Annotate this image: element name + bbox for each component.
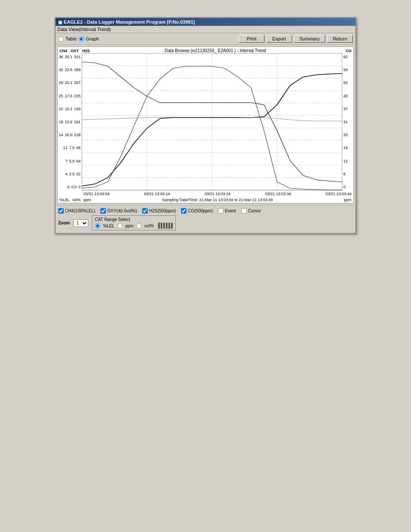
tick-co-9: 50 xyxy=(343,81,352,85)
chart-title: Data Browse (iv21130259_ E2A001 ) - Inte… xyxy=(90,48,341,53)
cursor-checkbox-label[interactable]: Cursor xyxy=(248,208,261,213)
graph-radio[interactable] xyxy=(78,36,84,42)
h2s-unit: ppm xyxy=(84,198,91,202)
cat-ppm-radio[interactable] xyxy=(117,223,123,229)
tick-ch4-2: 4 xyxy=(65,172,67,176)
h2s-axis-label: H2S xyxy=(82,49,90,53)
tick-co-4: 19 xyxy=(343,146,352,150)
toolbar: Table Graph Print Export Summary Return xyxy=(56,33,355,45)
export-button[interactable]: Export xyxy=(266,35,292,43)
tick-co-11: 62 xyxy=(343,55,352,59)
oxy-axis-label: OXY xyxy=(71,49,79,53)
tick-ch4-3: 7 xyxy=(65,159,67,163)
cat-ppm-label[interactable]: ppm xyxy=(125,224,134,228)
chart-body: 3625.1321 3222.6289 2920.1257 2517.6225 … xyxy=(58,53,353,191)
x-axis-area: 03/21 13:03:04 03/21 13:03:14 03/21 13:0… xyxy=(58,191,353,198)
x-label-1: 03/21 13:03:04 xyxy=(84,192,109,196)
slider-tick-5 xyxy=(168,223,170,229)
slider-tick-6 xyxy=(171,223,173,229)
cat-vol-label[interactable]: vol% xyxy=(144,224,154,228)
oxy-checkbox-label[interactable]: OXY(40.0vol%) xyxy=(107,208,137,213)
tick-oxy-3: 5.0 xyxy=(69,159,75,163)
chart-svg xyxy=(82,53,342,190)
tick-co-8: 43 xyxy=(343,94,352,98)
chart-area: CH4 OXY H2S Data Browse (iv21130259_ E2A… xyxy=(57,47,354,203)
tick-h2s-5: 128 xyxy=(74,133,81,137)
oxy-line xyxy=(82,62,342,182)
zoom-row: Zoom 1 2 4 CAT Range Select %LEL ppm vol… xyxy=(58,215,353,231)
tick-h2s-7: 193 xyxy=(74,107,81,111)
tick-co-5: 25 xyxy=(343,133,352,137)
x-label-2: 03/21 13:03:14 xyxy=(144,192,170,196)
zoom-select[interactable]: 1 2 4 xyxy=(73,219,88,227)
table-radio[interactable] xyxy=(58,36,64,42)
event-checkbox-group: Event xyxy=(218,208,236,214)
x-label-4: 03/21 13:03:34 xyxy=(265,192,291,196)
event-checkbox-label[interactable]: Event xyxy=(225,208,236,213)
oxy-checkbox-group: OXY(40.0vol%) xyxy=(100,208,137,214)
tick-oxy-10: 22.6 xyxy=(65,68,72,72)
graph-label[interactable]: Graph xyxy=(86,36,99,41)
cursor-checkbox[interactable] xyxy=(241,208,247,214)
tick-ch4-11: 36 xyxy=(59,55,63,59)
tick-ch4-6: 18 xyxy=(59,120,63,124)
tick-ch4-10: 32 xyxy=(59,68,63,72)
tick-oxy-8: 17.6 xyxy=(65,94,72,98)
event-checkbox[interactable] xyxy=(218,208,224,214)
print-button[interactable]: Print xyxy=(239,35,265,43)
tick-ch4-9: 29 xyxy=(59,81,63,85)
y-axis-right: 62 56 50 43 37 31 25 19 12 6 0 xyxy=(342,53,353,191)
ch4-checkbox-label[interactable]: CH4(100%LEL) xyxy=(65,208,95,213)
h2s-checkbox[interactable] xyxy=(142,208,148,214)
table-label[interactable]: Table xyxy=(65,36,77,41)
cat-lel-label[interactable]: %LEL xyxy=(103,224,115,228)
x-axis-labels: 03/21 13:03:04 03/21 13:03:14 03/21 13:0… xyxy=(84,192,352,196)
ch4-checkbox[interactable] xyxy=(58,208,64,214)
ch4-checkbox-group: CH4(100%LEL) xyxy=(58,208,95,214)
menu-data-view[interactable]: Data View(Interval Trend) xyxy=(57,27,111,32)
tick-h2s-9: 257 xyxy=(74,81,81,85)
h2s-checkbox-label[interactable]: H2S(500ppm) xyxy=(149,208,176,213)
ch4-unit: %LEL xyxy=(59,198,70,202)
x-label-5: 03/21 13:03:44 xyxy=(326,192,352,196)
co-checkbox[interactable] xyxy=(181,208,187,214)
cat-radio-row: %LEL ppm vol% xyxy=(95,223,173,229)
tick-co-6: 31 xyxy=(343,120,352,124)
sampling-info: Sampling Date/Time: 21-Mar-11 13:03:04 t… xyxy=(91,198,344,202)
toolbar-buttons: Print Export Summary Return xyxy=(239,35,353,43)
tick-co-10: 56 xyxy=(343,68,352,72)
tick-oxy-11: 25.1 xyxy=(65,55,72,59)
y-axis-left: 3625.1321 3222.6289 2920.1257 2517.6225 … xyxy=(58,53,81,191)
summary-button[interactable]: Summary xyxy=(294,35,325,43)
units-row: %LEL vol% ppm Sampling Date/Time: 21-Mar… xyxy=(58,198,353,203)
return-button[interactable]: Return xyxy=(327,35,353,43)
cat-lel-radio[interactable] xyxy=(95,223,100,229)
oxy-checkbox[interactable] xyxy=(100,208,106,214)
tick-h2s-11: 321 xyxy=(74,55,81,59)
cat-range-title: CAT Range Select xyxy=(95,217,173,222)
tick-oxy-7: 15.1 xyxy=(65,107,72,111)
title-bar: ▣ EAGLE2 - Data Logger Management Progra… xyxy=(56,18,355,26)
tick-ch4-5: 14 xyxy=(59,133,63,137)
x-label-3: 03/21 13:03:24 xyxy=(205,192,230,196)
main-window: ▣ EAGLE2 - Data Logger Management Progra… xyxy=(55,17,356,234)
tick-oxy-6: 12.6 xyxy=(65,120,72,124)
cat-vol-radio[interactable] xyxy=(136,223,142,229)
view-mode-group: Table Graph xyxy=(58,36,99,42)
tick-h2s-3: 64 xyxy=(76,159,81,163)
slider-area xyxy=(158,223,173,229)
slider-tick-2 xyxy=(161,223,162,229)
co-unit: ppm xyxy=(344,198,352,202)
co-checkbox-label[interactable]: CO(500ppm) xyxy=(188,208,213,213)
tick-h2s-8: 225 xyxy=(74,94,81,98)
zoom-label: Zoom xyxy=(58,221,70,225)
window-title: EAGLE2 - Data Logger Management Program … xyxy=(64,19,195,25)
chart-plot xyxy=(81,53,342,191)
ch4-axis-label: CH4 xyxy=(59,49,67,53)
menu-bar: Data View(Interval Trend) xyxy=(56,26,355,33)
tick-co-1: 0 xyxy=(343,185,352,189)
slider-tick-1 xyxy=(158,223,160,229)
tick-h2s-1: 0 xyxy=(78,185,81,189)
tick-oxy-1: 0.0 xyxy=(71,185,77,189)
svg-rect-13 xyxy=(82,53,342,190)
